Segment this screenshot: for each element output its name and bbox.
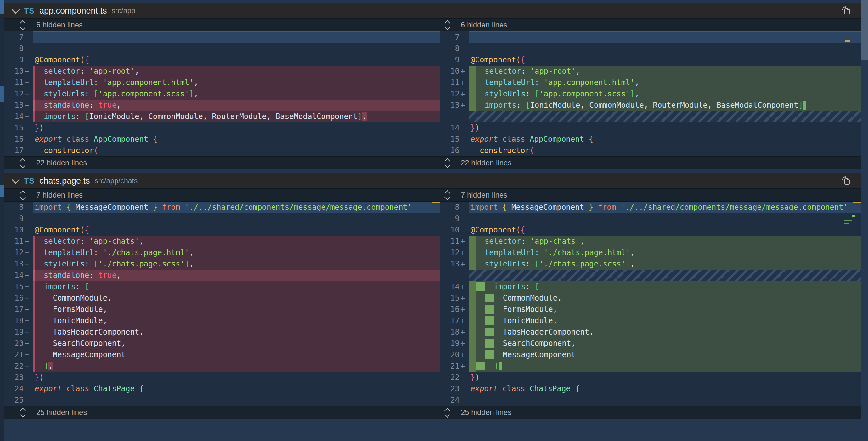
diff-sign: + [460,292,469,304]
code-line[interactable]: SearchComponent, [469,338,861,349]
line-number: 11 [4,236,24,247]
expand-hidden-lines-button[interactable] [19,19,27,31]
code-line[interactable] [33,31,440,43]
code-line[interactable]: templateUrl: './chats.page.html', [33,247,440,258]
code-line[interactable]: @Component({ [469,54,861,65]
diff-cell: 10+ selector: 'app-root', [440,65,861,77]
code-line[interactable]: SearchComponent, [33,338,440,349]
diff-sign: + [460,349,469,360]
code-line[interactable]: selector: 'app-chats', [33,236,440,247]
typescript-file-icon: TS [24,6,35,16]
scrollbar[interactable] [861,0,868,441]
code-line[interactable] [469,111,861,122]
diff-sign [24,31,33,43]
code-line[interactable]: selector: 'app-root', [33,65,440,77]
line-number: 19 [4,326,24,338]
line-number: 13 [440,258,460,270]
line-number: 17 [4,304,24,315]
code-line[interactable]: styleUrls: ['app.component.scss'], [469,88,861,99]
expand-hidden-lines-button[interactable] [19,189,27,201]
code-line[interactable]: MessageComponent [469,349,861,360]
code-line[interactable]: imports: [ [33,281,440,292]
code-line[interactable]: import { MessageComponent } from './../s… [33,202,440,213]
code-line[interactable]: selector: 'app-root', [469,65,861,77]
code-line[interactable]: imports: [IonicModule, CommonModule, Rou… [469,99,861,111]
code-line[interactable] [469,213,861,224]
code-line[interactable] [469,394,861,406]
code-line[interactable]: standalone: true, [33,270,440,281]
code-line[interactable]: templateUrl: 'app.component.html', [33,77,440,88]
expand-hidden-lines-button[interactable] [444,189,451,201]
code-line[interactable]: FormsModule, [469,304,861,315]
code-line[interactable] [469,270,861,281]
file-header[interactable]: TS app.component.ts src/app [4,3,861,18]
code-line[interactable]: styleUrls: ['app.component.scss'], [33,88,440,99]
code-line[interactable]: export class AppComponent { [33,134,440,145]
diff-cell: 11− selector: 'app-chats', [4,236,440,247]
go-to-file-icon[interactable] [841,6,851,16]
line-number: 14 [440,281,460,292]
code-line[interactable]: templateUrl: 'app.component.html', [469,77,861,88]
expand-hidden-lines-button[interactable] [444,19,451,31]
code-line[interactable]: @Component({ [33,224,440,236]
code-line[interactable]: }) [33,122,440,134]
code-line[interactable] [469,31,861,43]
code-line[interactable]: ], [33,360,440,372]
expand-hidden-lines-button[interactable] [444,157,451,169]
code-line[interactable]: import { MessageComponent } from './../s… [469,202,861,213]
code-line[interactable]: IonicModule, [33,315,440,326]
diff-cell: 14− imports: [IonicModule, CommonModule,… [4,111,440,122]
diff-cell: 16+ FormsModule, [440,304,861,315]
code-line[interactable]: styleUrls: ['./chats.page.scss'], [33,258,440,270]
collapse-chevron-icon[interactable] [12,6,20,13]
code-line[interactable]: standalone: true, [33,99,440,111]
code-line[interactable]: CommonModule, [33,292,440,304]
collapse-chevron-icon[interactable] [12,176,20,184]
code-line[interactable]: constructor( [469,145,861,156]
code-line[interactable]: CommonModule, [469,292,861,304]
expand-hidden-lines-button[interactable] [19,407,27,418]
diff-sign [460,383,469,394]
code-line[interactable]: selector: 'app-chats', [469,236,861,247]
code-line[interactable]: @Component({ [33,54,440,65]
code-line[interactable]: IonicModule, [469,315,861,326]
diff-sign: − [24,270,33,281]
code-line[interactable]: }) [469,372,861,383]
code-line[interactable]: templateUrl: './chats.page.html', [469,247,861,258]
code-line[interactable]: }) [469,122,861,134]
line-number: 10 [440,224,460,236]
code-line[interactable]: export class AppComponent { [469,134,861,145]
code-line[interactable]: MessageComponent [33,349,440,360]
diff-row: 88 [4,43,861,54]
diff-row: 14− standalone: true, [4,270,861,281]
code-line[interactable]: imports: [IonicModule, CommonModule, Rou… [33,111,440,122]
diff-sign [24,372,33,383]
code-line[interactable]: imports: [ [469,281,861,292]
diff-sign [24,122,33,134]
scrollbar-thumb[interactable] [861,0,868,60]
code-line[interactable]: TabsHeaderComponent, [33,326,440,338]
file-name: chats.page.ts [39,176,90,186]
code-line[interactable]: ] [469,360,861,372]
code-line[interactable]: FormsModule, [33,304,440,315]
code-line[interactable]: TabsHeaderComponent, [469,326,861,338]
code-line[interactable] [33,43,440,54]
code-line[interactable] [469,43,861,54]
code-line[interactable]: @Component({ [469,224,861,236]
expand-hidden-lines-button[interactable] [444,407,451,418]
code-line[interactable]: constructor( [33,145,440,156]
code-line[interactable]: styleUrls: ['./chats.page.scss'], [469,258,861,270]
go-to-file-icon[interactable] [841,176,851,186]
file-header[interactable]: TS chats.page.ts src/app/chats [4,173,861,188]
diff-sign: + [460,304,469,315]
diff-cell: 9 [4,213,440,224]
code-line[interactable] [33,394,440,406]
diff-row: 2524 [4,394,861,406]
code-line[interactable]: export class ChatsPage { [33,383,440,394]
code-line[interactable] [33,213,440,224]
overview-mark [845,40,850,41]
diff-cell: 18+ TabsHeaderComponent, [440,326,861,338]
expand-hidden-lines-button[interactable] [19,157,27,169]
code-line[interactable]: }) [33,372,440,383]
code-line[interactable]: export class ChatsPage { [469,383,861,394]
